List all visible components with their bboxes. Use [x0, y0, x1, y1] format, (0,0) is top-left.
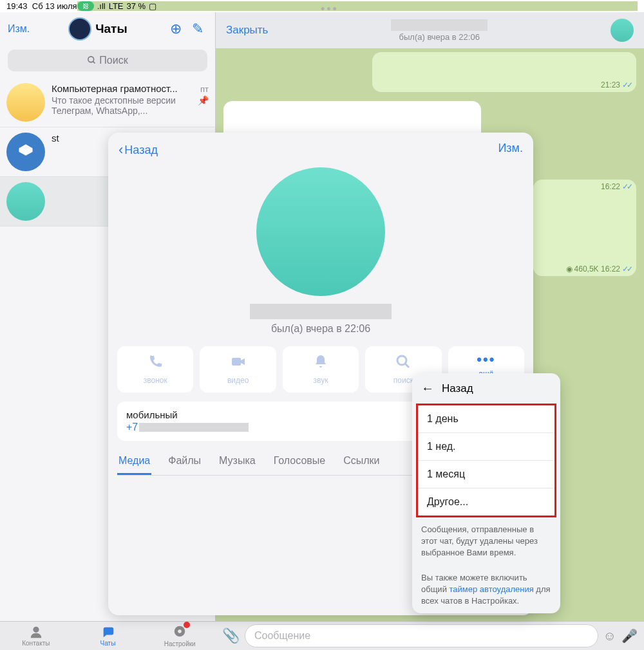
avatar — [6, 83, 45, 122]
out-bubble[interactable]: 16:22✓✓ ◉460,5K 16:22✓✓ — [533, 180, 636, 276]
video-icon — [230, 354, 247, 369]
popover-note2: Вы также можете включить общий таймер ав… — [412, 566, 560, 614]
avatar — [6, 182, 45, 221]
more-icon: ••• — [451, 354, 522, 366]
phone-redacted — [139, 423, 249, 432]
chat-avatar[interactable] — [611, 19, 634, 42]
message-input[interactable]: Сообщение — [245, 624, 598, 647]
phone-prefix: +7 — [126, 422, 138, 433]
seg-media[interactable]: Медиа — [117, 455, 151, 475]
opt-other[interactable]: Другое... — [418, 488, 554, 515]
profile-last-seen: был(а) вчера в 22:06 — [108, 323, 533, 335]
edit-button[interactable]: Изм. — [498, 142, 523, 158]
svg-point-4 — [178, 629, 182, 633]
autodelete-popover: ←Назад 1 день 1 нед. 1 месяц Другое... С… — [412, 373, 560, 613]
last-seen: был(а) вчера в 22:06 — [399, 32, 480, 42]
autodelete-link[interactable]: таймер автоудаления — [450, 584, 534, 594]
read-checks-icon: ✓✓ — [622, 265, 631, 274]
tab-contacts[interactable]: Контакты — [0, 622, 72, 650]
page-title: Чаты — [68, 17, 127, 41]
mic-icon[interactable]: 🎤 — [621, 628, 638, 644]
chat-header: Закрыть был(а) вчера в 22:06 — [216, 12, 644, 48]
read-checks-icon: ✓✓ — [622, 80, 631, 89]
pin-icon: 📌 — [198, 95, 209, 116]
battery-label: 37 % — [127, 1, 146, 11]
popover-note1: Сообщения, отправленные в этот чат, буду… — [412, 517, 560, 566]
arrow-left-icon[interactable]: ← — [421, 381, 434, 396]
close-button[interactable]: Закрыть — [226, 24, 268, 37]
chevron-left-icon: ‹ — [118, 142, 123, 158]
attach-icon[interactable]: 📎 — [222, 627, 240, 644]
seg-voice[interactable]: Голосовые — [272, 455, 327, 475]
svg-rect-5 — [232, 358, 241, 366]
avatar — [6, 133, 45, 171]
tab-chats[interactable]: Чаты — [72, 622, 144, 650]
popover-title: Назад — [442, 382, 473, 395]
action-call[interactable]: звонок — [117, 346, 193, 393]
chat-date: пт — [200, 84, 209, 94]
svg-line-7 — [405, 364, 409, 367]
action-sound[interactable]: звук — [283, 346, 359, 393]
chat-name: Компьютерная грамотност... — [52, 83, 178, 94]
phone-icon — [147, 354, 164, 369]
profile-avatar[interactable] — [256, 167, 385, 296]
seg-music[interactable]: Музыка — [218, 455, 257, 475]
action-video[interactable]: видео — [200, 346, 276, 393]
chat-name: st — [52, 133, 59, 144]
eye-icon: ◉ — [566, 265, 573, 274]
opt-1month[interactable]: 1 месяц — [418, 461, 554, 488]
back-button[interactable]: ‹Назад — [118, 142, 158, 158]
svg-point-0 — [88, 57, 94, 62]
search-icon — [87, 55, 97, 65]
battery-icon: ▢ — [149, 1, 156, 11]
edit-button[interactable]: Изм. — [8, 23, 30, 35]
opt-1day[interactable]: 1 день — [418, 405, 554, 433]
svg-point-6 — [397, 356, 406, 365]
date: Сб 13 июля — [32, 1, 77, 11]
seg-files[interactable]: Файлы — [167, 455, 202, 475]
svg-line-1 — [93, 61, 95, 63]
app-avatar — [68, 17, 91, 41]
badge-icon — [184, 622, 190, 628]
clock: 19:43 — [6, 1, 28, 11]
seg-links[interactable]: Ссылки — [342, 455, 381, 475]
bell-icon — [312, 354, 329, 369]
read-checks-icon: ✓✓ — [622, 182, 631, 191]
tab-settings[interactable]: Настройки — [144, 622, 216, 650]
profile-name-redacted — [250, 304, 392, 319]
search-icon — [395, 354, 412, 369]
new-chat-icon[interactable]: ⊕ — [166, 21, 185, 37]
hotspot-icon: ⛓ — [77, 1, 94, 11]
highlight-box: 1 день 1 нед. 1 месяц Другое... — [416, 404, 556, 517]
chat-title-redacted — [391, 19, 488, 31]
chat-preview: Что такое десктопные версии Телеграм, Wh… — [52, 95, 198, 116]
network-label: LTE — [109, 1, 124, 11]
search-input[interactable]: Поиск — [8, 50, 207, 71]
svg-point-2 — [33, 627, 39, 633]
chat-row[interactable]: Компьютерная грамотност...пт Что такое д… — [0, 78, 215, 127]
opt-1week[interactable]: 1 нед. — [418, 433, 554, 461]
compose-icon[interactable]: ✎ — [188, 21, 207, 37]
sticker-icon[interactable]: ☺ — [603, 629, 616, 644]
signal-icon: .ıll — [97, 1, 106, 11]
out-bubble[interactable]: 21:23✓✓ — [372, 52, 636, 92]
